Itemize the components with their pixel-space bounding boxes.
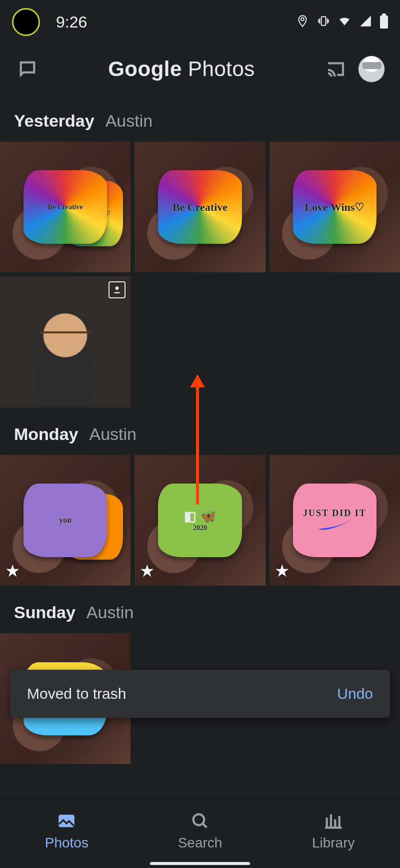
- section-location: Austin: [89, 424, 136, 444]
- nav-label: Photos: [45, 835, 88, 851]
- status-bar: 9:26: [0, 0, 400, 44]
- rock-text: Be Creative: [172, 201, 228, 214]
- nav-label: Search: [178, 835, 222, 851]
- undo-button[interactable]: Undo: [337, 685, 373, 702]
- nav-label: Library: [312, 835, 355, 851]
- cast-icon[interactable]: [323, 57, 348, 82]
- photo-thumbnail[interactable]: Love Wins♡ Be Creative: [0, 142, 130, 272]
- star-icon: ★: [5, 561, 20, 581]
- wifi-icon: [338, 15, 351, 30]
- section-day: Monday: [14, 424, 78, 444]
- photo-thumbnail[interactable]: I LOVE you ★: [0, 455, 130, 586]
- face-detected-icon: [108, 281, 126, 298]
- section-day: Yesterday: [14, 111, 94, 131]
- app-title: Google Photos: [50, 57, 313, 81]
- section-location: Austin: [106, 111, 153, 131]
- nav-photos[interactable]: Photos: [0, 811, 134, 851]
- nav-library[interactable]: Library: [266, 811, 400, 851]
- account-avatar[interactable]: [358, 56, 385, 83]
- comment-icon[interactable]: [15, 57, 40, 82]
- snackbar-message: Moved to trash: [27, 685, 126, 702]
- section-location: Austin: [86, 603, 134, 622]
- rock-text: Love Wins♡: [304, 201, 364, 214]
- photo-thumbnail[interactable]: Be Creative: [134, 142, 265, 272]
- section-day: Sunday: [14, 603, 76, 622]
- vibrate-icon: [317, 15, 330, 30]
- photo-thumbnail[interactable]: Love Wins♡: [270, 142, 400, 272]
- photo-thumbnail[interactable]: JUST DID IT ★: [270, 455, 400, 586]
- section-header: Yesterday Austin: [0, 94, 400, 142]
- signal-icon: [359, 15, 372, 30]
- battery-icon: [380, 16, 388, 29]
- svg-point-3: [194, 814, 204, 825]
- status-time: 9:26: [56, 13, 87, 32]
- svg-point-1: [116, 287, 119, 290]
- svg-rect-0: [322, 17, 326, 25]
- star-icon: ★: [140, 561, 154, 581]
- app-header: Google Photos: [0, 44, 400, 94]
- location-icon: [296, 15, 309, 30]
- photo-thumbnail[interactable]: ◧ 🦋 2020 ★: [134, 455, 265, 586]
- snackbar: Moved to trash Undo: [10, 670, 390, 718]
- nav-search[interactable]: Search: [134, 811, 267, 851]
- profile-ring-icon: [12, 8, 40, 36]
- gesture-bar[interactable]: [150, 862, 250, 865]
- photo-feed[interactable]: Yesterday Austin Love Wins♡ Be Creative …: [0, 94, 400, 793]
- bottom-nav: Photos Search Library: [0, 793, 400, 868]
- star-icon: ★: [274, 561, 290, 581]
- section-header: Monday Austin: [0, 407, 400, 455]
- photo-thumbnail[interactable]: [0, 276, 130, 407]
- section-header: Sunday Austin: [0, 586, 400, 633]
